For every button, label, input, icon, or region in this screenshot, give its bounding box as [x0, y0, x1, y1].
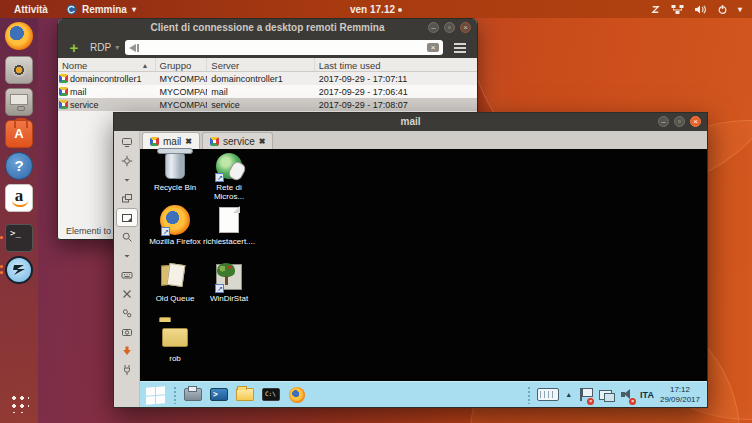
- notification-dot: [398, 8, 402, 12]
- column-header-nome[interactable]: Nome ▲: [58, 58, 156, 71]
- desktop-icon-firefox[interactable]: Mozilla Firefox: [148, 204, 202, 246]
- cmd-icon: C:\: [262, 388, 280, 401]
- tab-mail[interactable]: mail ✖: [142, 132, 200, 149]
- row-nome: service: [70, 100, 99, 110]
- clock-button[interactable]: ven 17.12: [350, 4, 402, 15]
- desktop-icon-old-queue[interactable]: Old Queue: [148, 261, 202, 303]
- dock-item-rhythmbox[interactable]: [5, 56, 33, 84]
- windows-start-button[interactable]: [143, 384, 167, 406]
- desktop-icon-richiestacert[interactable]: richiestacert....: [202, 204, 256, 246]
- row-server: mail: [207, 87, 314, 97]
- dock-item-terminal[interactable]: >_: [5, 224, 33, 252]
- dock-item-remmina[interactable]: [5, 256, 33, 284]
- power-icon[interactable]: [717, 4, 728, 15]
- column-header-server[interactable]: Server: [207, 58, 314, 71]
- server-manager-button[interactable]: [183, 386, 203, 404]
- powershell-button[interactable]: >: [209, 386, 229, 404]
- file-explorer-button[interactable]: [235, 386, 255, 404]
- tab-close-icon[interactable]: ✖: [259, 137, 266, 146]
- clock-label: ven 17.12: [350, 4, 395, 15]
- table-row-selected[interactable]: service MYCOMPANY service 2017-09-29 - 1…: [58, 98, 477, 111]
- fullscreen-icon[interactable]: [116, 151, 138, 170]
- desktop-icon-rob[interactable]: rob: [148, 321, 202, 363]
- taskbar-time: 17:12: [660, 385, 700, 395]
- remmina-toolbar: + RDP ▾: [58, 37, 477, 58]
- volume-button[interactable]: ×: [620, 386, 634, 404]
- chevron-down-icon[interactable]: [116, 170, 138, 189]
- tab-label: service: [223, 136, 255, 147]
- add-connection-button[interactable]: +: [64, 41, 84, 55]
- show-applications-button[interactable]: [9, 393, 29, 413]
- recycle-bin-icon: [165, 153, 185, 179]
- taskbar-clock[interactable]: 17:12 29/09/2017: [660, 385, 704, 405]
- show-hidden-icons-caret[interactable]: ▲: [565, 391, 572, 398]
- close-button[interactable]: ×: [690, 116, 701, 127]
- tab-service[interactable]: service ✖: [202, 132, 273, 149]
- minimize-remote-icon[interactable]: [116, 341, 138, 360]
- shortcut-arrow-icon: [215, 284, 224, 293]
- column-header-gruppo[interactable]: Gruppo: [156, 58, 208, 71]
- close-button[interactable]: ×: [460, 22, 471, 33]
- table-row[interactable]: mail MYCOMPANY mail 2017-09-29 - 17:06:4…: [58, 85, 477, 98]
- action-center-flag-button[interactable]: ×: [578, 386, 592, 404]
- dock-item-files[interactable]: [5, 88, 33, 116]
- dock-item-ubuntu-software[interactable]: A: [5, 120, 33, 148]
- clear-input-icon[interactable]: [427, 43, 439, 52]
- column-header-last-time-used[interactable]: Last time used: [315, 58, 477, 71]
- switch-tab-pages-icon[interactable]: [116, 189, 138, 208]
- powershell-icon: >: [210, 388, 228, 401]
- tools-icon[interactable]: [116, 284, 138, 303]
- maximize-button[interactable]: ▫: [674, 116, 685, 127]
- row-gruppo: MYCOMPANY: [156, 87, 208, 97]
- main-menu-button[interactable]: [449, 40, 471, 55]
- touch-keyboard-icon[interactable]: [537, 388, 559, 401]
- app-menu-label: Remmina: [82, 4, 127, 15]
- desktop-icon-recycle-bin[interactable]: Recycle Bin: [148, 150, 202, 192]
- screenshot-camera-icon[interactable]: [116, 322, 138, 341]
- protocol-dropdown[interactable]: RDP ▾: [90, 42, 119, 53]
- dock-item-firefox[interactable]: [5, 22, 33, 50]
- preferences-gears-icon[interactable]: [116, 303, 138, 322]
- rdp-connection-icon: [59, 87, 68, 96]
- taskbar-grip: [527, 386, 531, 404]
- minimize-button[interactable]: –: [428, 22, 439, 33]
- dock-item-amazon[interactable]: a: [5, 184, 33, 212]
- rdp-connection-icon: [59, 74, 68, 83]
- language-indicator[interactable]: ITA: [640, 390, 654, 400]
- tab-label: mail: [163, 136, 181, 147]
- remote-desktop-window: mail – ▫ ×: [113, 112, 708, 408]
- maximize-button[interactable]: ▫: [444, 22, 455, 33]
- quick-connect-input[interactable]: [125, 40, 443, 55]
- magnifier-icon[interactable]: [116, 227, 138, 246]
- filter-icon: [129, 44, 136, 52]
- input-indicator-icon[interactable]: [650, 4, 661, 15]
- taskbar-date: 29/09/2017: [660, 395, 700, 405]
- ubuntu-dock: A ? a >_: [0, 18, 38, 423]
- rdp-connection-icon: [210, 137, 219, 146]
- activities-button[interactable]: Attività: [14, 4, 48, 15]
- remmina-headerbar: Client di connessione a desktop remoti R…: [58, 19, 477, 58]
- scaled-mode-icon[interactable]: [116, 208, 138, 227]
- network-status-button[interactable]: [598, 386, 614, 404]
- firefox-taskbar-button[interactable]: [287, 386, 307, 404]
- protocol-value: RDP: [90, 42, 111, 53]
- app-menu[interactable]: Remmina ▾: [66, 4, 136, 15]
- chevron-down-icon[interactable]: [116, 246, 138, 265]
- desktop-icon-windirstat[interactable]: WinDirStat: [202, 261, 256, 303]
- table-row[interactable]: domaincontroller1 MYCOMPANY domaincontro…: [58, 72, 477, 85]
- command-prompt-button[interactable]: C:\: [261, 386, 281, 404]
- network-icon[interactable]: [671, 4, 684, 15]
- desktop-icon-rete[interactable]: Rete di Micros...: [202, 150, 256, 201]
- chevron-down-icon[interactable]: ▾: [738, 5, 742, 14]
- running-indicator-dot: [0, 271, 3, 274]
- keyboard-grab-icon[interactable]: [116, 265, 138, 284]
- filter-icon-bar: [137, 44, 139, 52]
- row-gruppo: MYCOMPANY: [156, 74, 208, 84]
- tab-close-icon[interactable]: ✖: [185, 137, 192, 146]
- volume-icon[interactable]: [694, 4, 707, 15]
- row-last-used: 2017-09-29 - 17:07:11: [315, 74, 477, 84]
- minimize-button[interactable]: –: [658, 116, 669, 127]
- dock-item-help[interactable]: ?: [5, 152, 33, 180]
- disconnect-plug-icon[interactable]: [116, 360, 138, 379]
- pin-toolbar-icon[interactable]: [116, 132, 138, 151]
